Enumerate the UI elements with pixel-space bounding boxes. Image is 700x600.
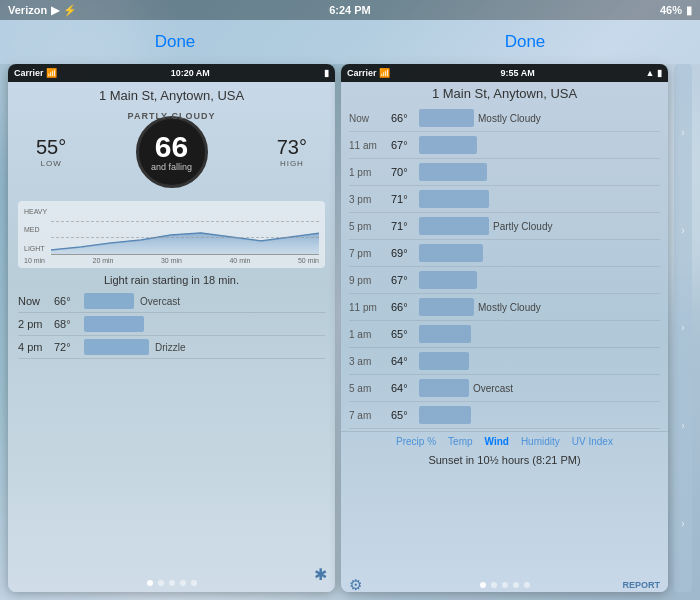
- bar-7pm: [419, 244, 483, 262]
- forecast-tabs: Precip % Temp Wind Humidity UV Index: [341, 431, 668, 451]
- dot-1-3: [169, 580, 175, 586]
- bottom-bar-2: ⚙ REPORT: [341, 582, 668, 588]
- phone-time-2: 9:55 AM: [500, 68, 534, 78]
- precip-level-labels: HEAVY MED LIGHT: [24, 205, 47, 255]
- dot-2-4: [513, 582, 519, 588]
- hourly-row-4pm: 4 pm 72° Drizzle: [18, 336, 325, 359]
- dot-2-5: [524, 582, 530, 588]
- clip-edge: › › › › ›: [674, 64, 692, 592]
- phone-battery-2: ▲ ▮: [646, 68, 662, 78]
- page-dots-1: [8, 580, 335, 586]
- hd-row-3pm: 3 pm 71°: [349, 186, 660, 213]
- hourly-detail-list: Now 66° Mostly Cloudy 11 am 67° 1 pm: [341, 105, 668, 429]
- location-2: 1 Main St, Anytown, USA: [341, 86, 668, 101]
- chart-plot: [51, 205, 319, 255]
- phone-status-1: Carrier 📶 10:20 AM ▮: [8, 64, 335, 82]
- battery-label: 46%: [660, 4, 682, 16]
- done-row: Done Done: [0, 20, 700, 64]
- bar-7am: [419, 406, 471, 424]
- dot-1-5: [191, 580, 197, 586]
- os-status-bar: Verizon ▶ ⚡ 6:24 PM 46% ▮: [0, 0, 700, 20]
- high-temp-value: 73°: [277, 136, 307, 159]
- phone-carrier-1: Carrier 📶: [14, 68, 57, 78]
- med-label: MED: [24, 225, 47, 234]
- hourly-bar-2pm: [84, 316, 144, 332]
- battery-icon: ▮: [686, 4, 692, 17]
- done-button-right[interactable]: Done: [350, 32, 700, 52]
- hd-row-1am: 1 am 65°: [349, 321, 660, 348]
- hd-row-7am: 7 am 65°: [349, 402, 660, 429]
- screen1-content: 1 Main St, Anytown, USA PARTLY CLOUDY 55…: [8, 82, 335, 592]
- current-temp-circle: 66 and falling: [136, 116, 208, 188]
- hourly-bar-now: [84, 293, 134, 309]
- dot-1-4: [180, 580, 186, 586]
- dot-2-1: [480, 582, 486, 588]
- hourly-row-now: Now 66° Overcast: [18, 290, 325, 313]
- hd-row-11am: 11 am 67°: [349, 132, 660, 159]
- tab-wind[interactable]: Wind: [485, 436, 509, 447]
- screens-container: Carrier 📶 10:20 AM ▮ 1 Main St, Anytown,…: [8, 64, 692, 592]
- bar-1pm: [419, 163, 487, 181]
- dot-1-2: [158, 580, 164, 586]
- status-left: Verizon ▶ ⚡: [8, 4, 77, 17]
- screen2-content: 1 Main St, Anytown, USA Now 66° Mostly C…: [341, 82, 668, 592]
- hd-row-5pm: 5 pm 71° Partly Cloudy: [349, 213, 660, 240]
- location-1: 1 Main St, Anytown, USA: [18, 88, 325, 103]
- heavy-line: [51, 221, 319, 222]
- current-temp-value: 66: [155, 132, 188, 162]
- hourly-row-2pm: 2 pm 68°: [18, 313, 325, 336]
- wifi-icon-1: 📶: [46, 68, 57, 78]
- settings-icon[interactable]: ⚙: [349, 576, 362, 592]
- bar-5am: [419, 379, 469, 397]
- phone-carrier-2: Carrier 📶: [347, 68, 390, 78]
- report-button[interactable]: REPORT: [622, 580, 660, 590]
- hd-row-9pm: 9 pm 67°: [349, 267, 660, 294]
- med-line: [51, 237, 319, 238]
- hd-row-7pm: 7 pm 69°: [349, 240, 660, 267]
- tab-uvindex[interactable]: UV Index: [572, 436, 613, 447]
- sunset-text: Sunset in 10½ hours (8:21 PM): [341, 451, 668, 469]
- bar-1am: [419, 325, 471, 343]
- tab-precip[interactable]: Precip %: [396, 436, 436, 447]
- tab-temp[interactable]: Temp: [448, 436, 472, 447]
- phone-battery-1: ▮: [324, 68, 329, 78]
- precip-chart-svg: [51, 205, 319, 254]
- done-button-left[interactable]: Done: [0, 32, 350, 52]
- hd-row-3am: 3 am 64°: [349, 348, 660, 375]
- wifi-icon: ⚡: [63, 4, 77, 17]
- hourly-bar-4pm: [84, 339, 149, 355]
- hd-row-1pm: 1 pm 70°: [349, 159, 660, 186]
- status-time: 6:24 PM: [329, 4, 371, 16]
- low-label: LOW: [36, 159, 66, 168]
- bar-11am: [419, 136, 477, 154]
- bar-11pm: [419, 298, 474, 316]
- hd-row-5am: 5 am 64° Overcast: [349, 375, 660, 402]
- bar-9pm: [419, 271, 477, 289]
- dot-2-3: [502, 582, 508, 588]
- bar-5pm: [419, 217, 489, 235]
- high-label: HIGH: [277, 159, 307, 168]
- phone-status-2: Carrier 📶 9:55 AM ▲ ▮: [341, 64, 668, 82]
- dot-1-1: [147, 580, 153, 586]
- bar-now: [419, 109, 474, 127]
- high-temp-display: 73° HIGH: [277, 136, 307, 168]
- hourly-mini: Now 66° Overcast 2 pm 68° 4 pm 7: [18, 290, 325, 359]
- phone-screen-2: Carrier 📶 9:55 AM ▲ ▮ 1 Main St, Anytown…: [341, 64, 668, 592]
- clip-arrows: › › › › ›: [674, 64, 692, 592]
- low-temp-display: 55° LOW: [36, 136, 66, 168]
- hd-row-11pm: 11 pm 66° Mostly Cloudy: [349, 294, 660, 321]
- tab-humidity[interactable]: Humidity: [521, 436, 560, 447]
- dot-2-2: [491, 582, 497, 588]
- wifi-icon-2: 📶: [379, 68, 390, 78]
- light-label: LIGHT: [24, 244, 47, 253]
- phone-time-1: 10:20 AM: [171, 68, 210, 78]
- falling-label: and falling: [151, 162, 192, 172]
- condition-label: PARTLY CLOUDY: [128, 111, 216, 121]
- heavy-label: HEAVY: [24, 207, 47, 216]
- carrier-label: Verizon: [8, 4, 47, 16]
- page-dots-2: [480, 582, 530, 588]
- status-right: 46% ▮: [660, 4, 692, 17]
- phone-screen-1: Carrier 📶 10:20 AM ▮ 1 Main St, Anytown,…: [8, 64, 335, 592]
- time-axis: 10 min 20 min 30 min 40 min 50 min: [24, 257, 319, 264]
- rain-message: Light rain starting in 18 min.: [18, 274, 325, 286]
